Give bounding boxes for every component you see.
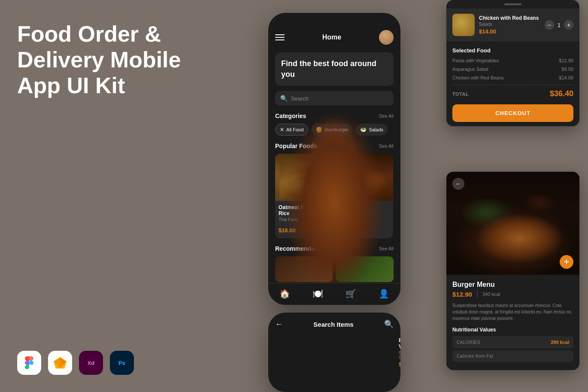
burger-back-button[interactable]: ← bbox=[452, 178, 464, 190]
result-item-name: Pasta with Vegetables bbox=[399, 337, 400, 349]
hot-pump-visual bbox=[336, 154, 393, 238]
result-item-price: $12.90 bbox=[399, 362, 400, 368]
search-screen-title: Search Items bbox=[313, 321, 353, 328]
phone-search-mockup: ← Search Items 🔍 Pasta with Vegetables I… bbox=[268, 313, 400, 392]
xd-label: Xd bbox=[88, 360, 95, 366]
phone-notch bbox=[313, 13, 356, 22]
selected-food-section: Selected Food Pasta with Vegetables $12.… bbox=[446, 41, 579, 126]
burger-hero-overlay bbox=[446, 172, 579, 275]
cart-qty-controls: − 1 + bbox=[545, 20, 573, 30]
left-section: Food Order & Delivery Mobile App UI Kit bbox=[17, 21, 197, 107]
cart-food-category: Salads bbox=[479, 22, 540, 27]
cart-food-info: Chicken with Red Beans Salads $14.00 bbox=[479, 15, 540, 35]
food-card-2[interactable]: Hot Pump India Food $12.50 bbox=[336, 154, 393, 238]
hero-title: Food Order & Delivery Mobile App UI Kit bbox=[17, 21, 197, 98]
result-item-cuisine: Italian Cuisine bbox=[399, 350, 400, 360]
result-item-info: Pasta with Vegetables Italian Cuisine $1… bbox=[399, 337, 400, 368]
search-phone-content: ← Search Items 🔍 Pasta with Vegetables I… bbox=[268, 313, 400, 378]
cart-total-row: TOTAL $36.40 bbox=[452, 89, 573, 98]
burger-name: Burger Menu bbox=[452, 281, 573, 289]
nav-profile[interactable]: 👤 bbox=[379, 289, 389, 299]
cart-food-img bbox=[452, 14, 475, 36]
phone-content: Home Find the best food around you 🔍 Sea… bbox=[268, 13, 400, 305]
cart-qty-value: 1 bbox=[558, 22, 561, 28]
scroll-indicator bbox=[504, 3, 521, 5]
search-result-item: Pasta with Vegetables Italian Cuisine $1… bbox=[275, 334, 394, 371]
burger-add-button[interactable]: + bbox=[560, 255, 573, 269]
cart-divider bbox=[452, 85, 573, 85]
phone-home-mockup: Home Find the best food around you 🔍 Sea… bbox=[268, 13, 400, 305]
nav-home[interactable]: 🏠 bbox=[279, 289, 290, 299]
cart-qty-minus-btn[interactable]: − bbox=[545, 20, 554, 30]
cart-item-1: Pasta with Vegetables $12.90 bbox=[452, 58, 573, 63]
bottom-nav: 🏠 🍽️ 🛒 👤 bbox=[268, 283, 400, 305]
selected-food-title: Selected Food bbox=[452, 47, 573, 54]
xd-icon: Xd bbox=[79, 351, 103, 375]
checkout-button[interactable]: CHECKOUT bbox=[452, 104, 573, 122]
figma-icon bbox=[17, 351, 41, 375]
cart-item-2-price: $9.50 bbox=[561, 67, 573, 72]
nutrition-calories-label: CALORIES bbox=[457, 340, 480, 345]
cart-total-label: TOTAL bbox=[452, 91, 469, 97]
burger-detail-panel: ← + Burger Menu $12.90 | 340 kcal Suspen… bbox=[446, 172, 579, 370]
cart-item-3: Chicken with Red Beans $14.00 bbox=[452, 75, 573, 80]
back-arrow-icon[interactable]: ← bbox=[275, 320, 283, 329]
burger-price-row: $12.90 | 340 kcal bbox=[452, 290, 573, 298]
cart-total-price: $36.40 bbox=[550, 89, 573, 98]
burger-details: Burger Menu $12.90 | 340 kcal Suspendiss… bbox=[446, 275, 579, 370]
cart-item-1-price: $12.90 bbox=[559, 58, 573, 63]
nutrition-fat-label: Calories from Fat bbox=[457, 354, 493, 359]
cart-food-name: Chicken with Red Beans bbox=[479, 15, 540, 21]
nutrition-title: Nutritional Values bbox=[452, 327, 573, 333]
foods-row: Oatmeal Mushroom Rice Thai Food $16.00 +… bbox=[275, 154, 394, 238]
cart-item-3-price: $14.00 bbox=[559, 75, 573, 80]
food-card-2-img bbox=[336, 154, 393, 201]
tool-icons: Xd Ps bbox=[17, 351, 134, 375]
cart-panel: Chicken with Red Beans Salads $14.00 − 1… bbox=[446, 0, 579, 126]
search-screen-search-icon[interactable]: 🔍 bbox=[384, 319, 394, 329]
ps-label: Ps bbox=[118, 360, 125, 366]
nutrition-fat-row: Calories from Fat bbox=[452, 350, 573, 362]
cart-item-2: Asparagus Salad $9.50 bbox=[452, 67, 573, 72]
cart-item-1-name: Pasta with Vegetables bbox=[452, 58, 499, 63]
nav-cart[interactable]: 🛒 bbox=[346, 289, 356, 299]
nutrition-calories-value: 290 kcal bbox=[551, 340, 569, 345]
cart-top-item: Chicken with Red Beans Salads $14.00 − 1… bbox=[446, 9, 579, 41]
nutrition-calories-row: CALORIES 290 kcal bbox=[452, 336, 573, 348]
burger-calories: 340 kcal bbox=[482, 292, 500, 297]
ps-icon: Ps bbox=[110, 351, 134, 375]
cart-food-price: $14.00 bbox=[479, 28, 540, 35]
nav-menu[interactable]: 🍽️ bbox=[312, 289, 323, 299]
burger-description: Suspendisse faucibus mauris at accumsan … bbox=[452, 302, 573, 322]
burger-price: $12.90 bbox=[452, 291, 472, 298]
burger-hero-image: ← + bbox=[446, 172, 579, 275]
search-screen-header: ← Search Items 🔍 bbox=[275, 319, 394, 329]
cart-qty-plus-btn[interactable]: + bbox=[564, 20, 573, 30]
cart-item-3-name: Chicken with Red Beans bbox=[452, 75, 504, 80]
sketch-icon bbox=[48, 351, 72, 375]
cart-item-2-name: Asparagus Salad bbox=[452, 67, 488, 72]
